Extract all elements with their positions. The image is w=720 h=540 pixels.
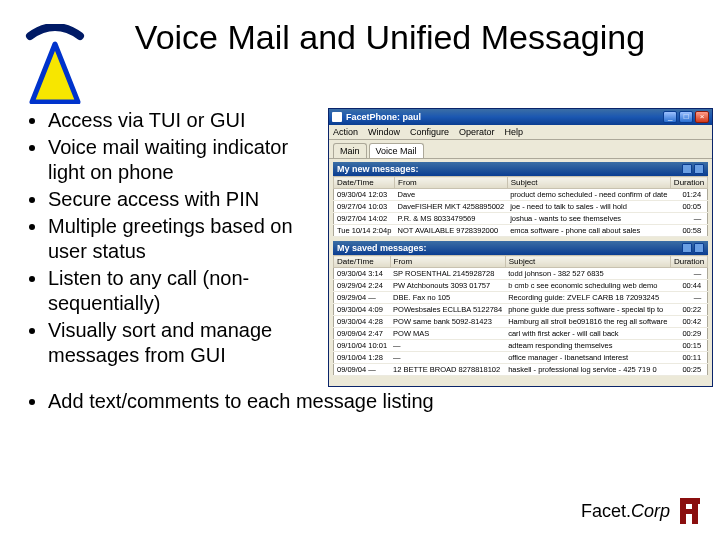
app-icon: [332, 112, 342, 122]
list-item: Visually sort and manage messages from G…: [48, 318, 320, 368]
table-row[interactable]: 09/30/04 3:14SP ROSENTHAL 2145928728todd…: [334, 268, 708, 280]
panel-min-icon[interactable]: [682, 243, 692, 253]
table-row[interactable]: 09/10/04 10:01—adteam responding themsel…: [334, 340, 708, 352]
list-item: Multiple greetings based on user status: [48, 214, 320, 264]
table-row[interactable]: 09/29/04 2:24PW Atchbonouts 3093 01757b …: [334, 280, 708, 292]
maximize-button[interactable]: □: [679, 111, 693, 123]
minimize-button[interactable]: _: [663, 111, 677, 123]
panel-header-saved: My saved messages:: [333, 241, 708, 255]
brand-text: Facet.Corp: [581, 501, 670, 522]
bullet-list-continued: Add text/comments to each message listin…: [0, 389, 720, 414]
col-datetime[interactable]: Date/Time: [334, 256, 391, 268]
slide-title: Voice Mail and Unified Messaging: [120, 18, 700, 57]
panel-title: My new messages:: [337, 164, 419, 174]
table-header-row: Date/Time From Subject Duration: [334, 177, 708, 189]
panel-min-icon[interactable]: [682, 164, 692, 174]
menu-item[interactable]: Help: [505, 127, 524, 137]
table-row[interactable]: 09/30/04 4:09POWesbsales ECLLBA 5122784p…: [334, 304, 708, 316]
footer-brand: Facet.Corp: [581, 496, 706, 526]
close-button[interactable]: ×: [695, 111, 709, 123]
tab-voicemail[interactable]: Voice Mail: [369, 143, 424, 158]
table-row[interactable]: 09/27/04 14:02P.R. & MS 8033479569joshua…: [334, 213, 708, 225]
menu-item[interactable]: Operator: [459, 127, 495, 137]
table-row[interactable]: 09/30/04 4:28POW same bank 5092-81423Ham…: [334, 316, 708, 328]
menu-bar: Action Window Configure Operator Help: [329, 125, 712, 140]
panel-title: My saved messages:: [337, 243, 427, 253]
saved-messages-table: Date/Time From Subject Duration 09/30/04…: [333, 255, 708, 376]
list-item: Listen to any call (non-sequentially): [48, 266, 320, 316]
menu-item[interactable]: Action: [333, 127, 358, 137]
col-duration[interactable]: Duration: [670, 256, 707, 268]
col-from[interactable]: From: [390, 256, 505, 268]
tab-main[interactable]: Main: [333, 143, 367, 158]
table-row[interactable]: Tue 10/14 2:04pNOT AVAILABLE 9728392000e…: [334, 225, 708, 237]
tab-bar: Main Voice Mail: [329, 140, 712, 159]
table-row[interactable]: 09/09/04 2:47POW MAScarl with first acke…: [334, 328, 708, 340]
company-logo-icon: [20, 24, 90, 104]
new-messages-table: Date/Time From Subject Duration 09/30/04…: [333, 176, 708, 237]
list-item: Access via TUI or GUI: [48, 108, 320, 133]
voicemail-app-window: FacetPhone: paul _ □ × Action Window Con…: [328, 108, 713, 387]
window-title: FacetPhone: paul: [346, 112, 663, 122]
list-item: Add text/comments to each message listin…: [48, 389, 700, 414]
col-subject[interactable]: Subject: [507, 177, 670, 189]
table-header-row: Date/Time From Subject Duration: [334, 256, 708, 268]
col-from[interactable]: From: [395, 177, 508, 189]
panel-header-new: My new messages:: [333, 162, 708, 176]
table-row[interactable]: 09/29/04 —DBE. Fax no 105Recording guide…: [334, 292, 708, 304]
list-item: Secure access with PIN: [48, 187, 320, 212]
menu-item[interactable]: Configure: [410, 127, 449, 137]
window-titlebar: FacetPhone: paul _ □ ×: [329, 109, 712, 125]
svg-rect-3: [692, 498, 698, 524]
table-row[interactable]: 09/09/04 —12 BETTE BROAD 8278818102haske…: [334, 364, 708, 376]
panel-close-icon[interactable]: [694, 164, 704, 174]
col-duration[interactable]: Duration: [670, 177, 707, 189]
panel-close-icon[interactable]: [694, 243, 704, 253]
menu-item[interactable]: Window: [368, 127, 400, 137]
list-item: Voice mail waiting indicator light on ph…: [48, 135, 320, 185]
table-row[interactable]: 09/10/04 1:28—office manager - Ibanetsan…: [334, 352, 708, 364]
col-datetime[interactable]: Date/Time: [334, 177, 395, 189]
col-subject[interactable]: Subject: [505, 256, 670, 268]
svg-rect-2: [680, 509, 694, 514]
facet-logo-icon: [676, 496, 706, 526]
table-row[interactable]: 09/27/04 10:03DaveFISHER MKT 4258895002j…: [334, 201, 708, 213]
bullet-list: Access via TUI or GUI Voice mail waiting…: [20, 108, 320, 370]
table-row[interactable]: 09/30/04 12:03Daveproduct demo scheduled…: [334, 189, 708, 201]
